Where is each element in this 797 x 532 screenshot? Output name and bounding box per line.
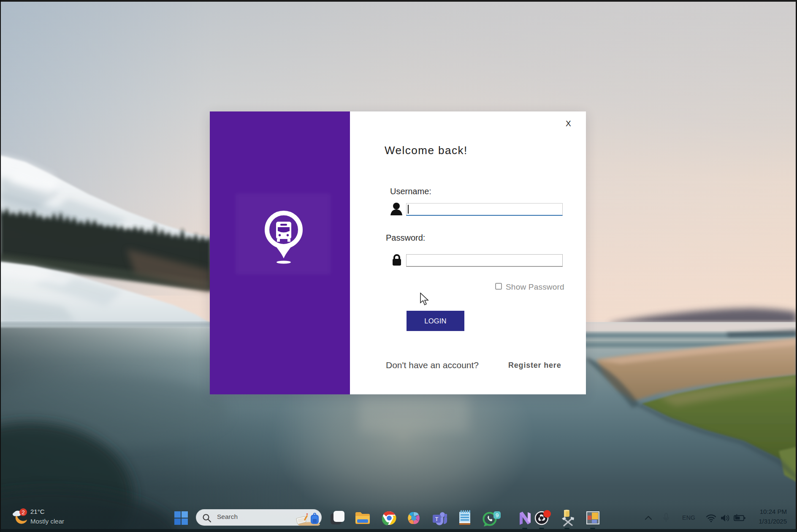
svg-text:T: T [435,516,439,522]
svg-text:9: 9 [496,512,499,518]
svg-text:2: 2 [22,509,24,516]
